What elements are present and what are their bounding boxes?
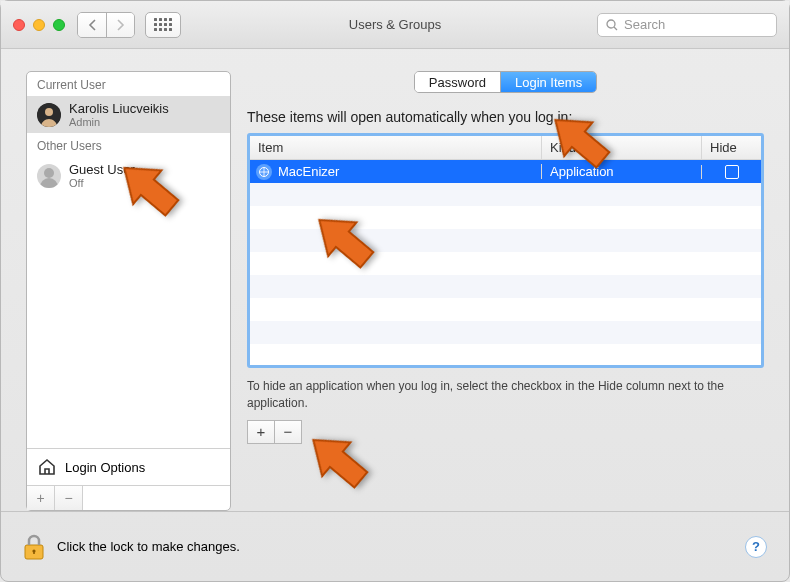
show-all-button[interactable] (145, 12, 181, 38)
forward-button[interactable] (106, 13, 134, 37)
add-user-button[interactable]: + (27, 486, 55, 510)
svg-line-1 (614, 27, 617, 30)
user-name: Guest User (69, 162, 135, 177)
login-items-table: Item Kind Hide MacEnizer Application (247, 133, 764, 368)
close-button[interactable] (13, 19, 25, 31)
avatar (37, 164, 61, 188)
back-button[interactable] (78, 13, 106, 37)
other-users-heading: Other Users (27, 133, 230, 157)
hide-hint: To hide an application when you log in, … (247, 378, 764, 412)
footer: Click the lock to make changes. ? (1, 511, 789, 581)
col-hide[interactable]: Hide (701, 136, 761, 159)
table-row[interactable]: MacEnizer Application (250, 160, 761, 183)
add-item-button[interactable]: + (247, 420, 275, 444)
col-kind[interactable]: Kind (541, 136, 701, 159)
sidebar-footer: + − (27, 485, 230, 510)
item-name: MacEnizer (278, 164, 339, 179)
grid-icon (154, 18, 172, 31)
col-item[interactable]: Item (250, 136, 541, 159)
lock-icon[interactable] (23, 533, 45, 561)
svg-point-3 (45, 108, 53, 116)
login-options-row[interactable]: Login Options (27, 448, 230, 485)
current-user-heading: Current User (27, 72, 230, 96)
add-remove-bar: + − (247, 420, 764, 444)
main-pane: Password Login Items These items will op… (247, 71, 764, 511)
sidebar-user-current[interactable]: Karolis Liucveikis Admin (27, 96, 230, 133)
search-icon (606, 19, 618, 31)
svg-rect-7 (33, 551, 35, 554)
maximize-button[interactable] (53, 19, 65, 31)
user-name: Karolis Liucveikis (69, 101, 169, 116)
user-sidebar: Current User Karolis Liucveikis Admin Ot… (26, 71, 231, 511)
search-placeholder: Search (624, 17, 665, 32)
sidebar-user-guest[interactable]: Guest User Off (27, 157, 230, 194)
window-controls (13, 19, 65, 31)
user-role: Off (69, 177, 135, 189)
prefs-window: Users & Groups Search Current User Karol… (0, 0, 790, 582)
remove-user-button[interactable]: − (55, 486, 83, 510)
lock-text: Click the lock to make changes. (57, 539, 240, 554)
tab-bar: Password Login Items (414, 71, 597, 93)
user-role: Admin (69, 116, 169, 128)
window-title: Users & Groups (349, 17, 441, 32)
hide-checkbox[interactable] (725, 165, 739, 179)
home-icon (37, 457, 57, 477)
avatar (37, 103, 61, 127)
titlebar: Users & Groups Search (1, 1, 789, 49)
login-items-headline: These items will open automatically when… (247, 109, 764, 125)
table-header: Item Kind Hide (250, 136, 761, 160)
app-icon (256, 164, 272, 180)
minimize-button[interactable] (33, 19, 45, 31)
login-options-label: Login Options (65, 460, 145, 475)
tab-password[interactable]: Password (415, 72, 500, 92)
item-kind: Application (541, 164, 701, 179)
tab-login-items[interactable]: Login Items (500, 72, 596, 92)
nav-segment (77, 12, 135, 38)
remove-item-button[interactable]: − (274, 420, 302, 444)
help-button[interactable]: ? (745, 536, 767, 558)
svg-point-0 (607, 20, 615, 28)
search-field[interactable]: Search (597, 13, 777, 37)
